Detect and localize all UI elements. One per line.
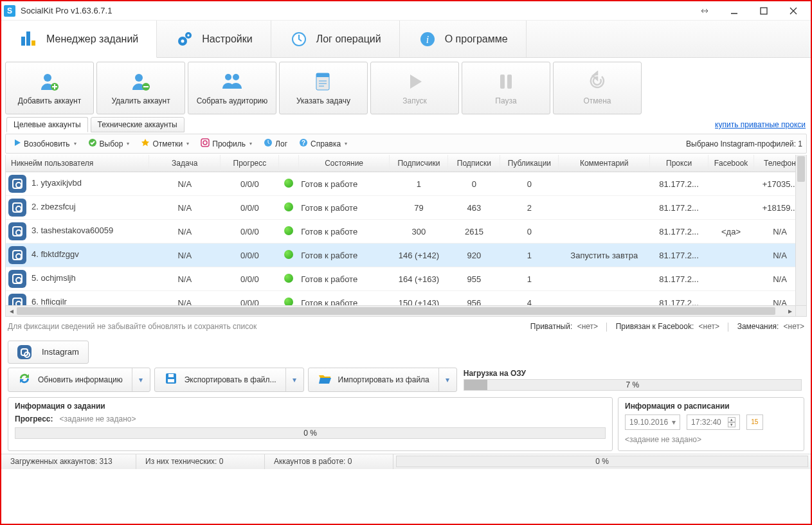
svg-rect-19 <box>316 73 329 77</box>
set-task-button[interactable]: Указать задачу <box>279 62 368 114</box>
import-file-button[interactable]: Импортировать из файла ▾ <box>308 368 457 392</box>
label: Обновить информацию <box>38 375 123 384</box>
horizontal-scrollbar[interactable]: ◂ ▸ <box>6 305 795 316</box>
profile-menu[interactable]: Профиль▾ <box>197 137 256 150</box>
pause-icon <box>495 71 517 93</box>
status-dot-icon <box>284 250 293 259</box>
table-row[interactable]: 3. tashestakova60059N/A0/0/0Готов к рабо… <box>6 220 806 244</box>
table-row[interactable]: 1. ytyaxikjvbdN/A0/0/0Готов к работе1008… <box>6 172 806 196</box>
col-facebook[interactable]: Facebook <box>708 155 754 172</box>
col-status-icon[interactable] <box>279 155 298 172</box>
date-value: 19.10.2016 <box>629 418 668 427</box>
tab-label: Настройки <box>202 33 252 45</box>
label: Выбор <box>100 139 123 148</box>
dropdown-toggle[interactable]: ▾ <box>438 368 456 391</box>
start-button[interactable]: Запуск <box>370 62 459 114</box>
ram-label: Нагрузка на ОЗУ <box>464 369 802 378</box>
tab-about[interactable]: i О программе <box>400 21 527 57</box>
drag-icon[interactable] <box>690 1 719 21</box>
accounts-grid: Никнейм пользователя Задача Прогресс Сос… <box>5 155 807 317</box>
table-row[interactable]: 4. fbktdfzggvN/A0/0/0Готов к работе146 (… <box>6 244 806 267</box>
label: Лог <box>275 139 287 148</box>
bar-chart-icon <box>19 30 39 49</box>
svg-point-12 <box>44 74 51 82</box>
ram-load: Нагрузка на ОЗУ 7 % <box>461 368 804 392</box>
col-nickname[interactable]: Никнейм пользователя <box>6 155 149 172</box>
cpu-progress-bar: 0 % <box>396 456 808 467</box>
svg-rect-20 <box>500 75 505 89</box>
fb-bound-label: Привязан к Facebook: <box>616 322 694 331</box>
target-accounts-tab[interactable]: Целевые аккаунты <box>6 117 88 132</box>
export-file-button[interactable]: Экспортировать в файл... ▾ <box>154 368 304 392</box>
instagram-tab[interactable]: Instagram <box>8 341 89 364</box>
svg-rect-23 <box>201 139 209 147</box>
chevron-down-icon: ▾ <box>249 141 252 147</box>
clock-small-icon <box>264 138 273 149</box>
hint-text: Для фиксации сведений не забывайте обнов… <box>8 322 257 331</box>
col-proxy[interactable]: Прокси <box>650 155 708 172</box>
dropdown-toggle[interactable]: ▾ <box>132 368 150 391</box>
table-toolbar: Возобновить▾ Выбор▾ Отметки▾ Профиль▾ Ло… <box>5 134 807 154</box>
table-row[interactable]: 5. ochjmsljhN/A0/0/0Готов к работе164 (+… <box>6 267 806 291</box>
panel-title: Информация о задании <box>15 402 606 411</box>
instagram-badge-icon <box>8 222 26 240</box>
svg-rect-1 <box>21 37 25 46</box>
buy-proxy-link[interactable]: купить приватные прокси <box>715 120 806 129</box>
tab-settings[interactable]: Настройки <box>157 21 271 57</box>
vertical-scrollbar[interactable] <box>795 155 806 305</box>
instagram-icon <box>201 138 210 149</box>
refresh-info-button[interactable]: Обновить информацию ▾ <box>8 368 150 392</box>
close-button[interactable] <box>779 1 808 21</box>
pause-button[interactable]: Пауза <box>462 62 550 114</box>
col-state[interactable]: Состояние <box>298 155 390 172</box>
instagram-icon <box>17 345 32 359</box>
col-comment[interactable]: Комментарий <box>559 155 650 172</box>
schedule-date-input[interactable]: 19.10.2016 ▾ <box>625 414 680 430</box>
tab-task-manager[interactable]: Менеджер заданий <box>1 21 157 58</box>
resume-menu[interactable]: Возобновить▾ <box>10 138 80 150</box>
svg-text:i: i <box>426 34 428 45</box>
label: Импортировать из файла <box>338 375 429 384</box>
undo-icon <box>586 71 608 93</box>
fb-bound-value: <нет> <box>699 322 719 331</box>
calendar-button[interactable]: 15 <box>746 414 763 430</box>
status-dot-icon <box>284 202 293 211</box>
col-following[interactable]: Подписки <box>448 155 500 172</box>
time-value: 17:32:40 <box>691 418 721 427</box>
progress-label: Прогресс: <box>15 414 53 423</box>
marks-menu[interactable]: Отметки▾ <box>137 137 193 150</box>
svg-rect-0 <box>761 8 767 14</box>
select-menu[interactable]: Выбор▾ <box>84 137 134 150</box>
maximize-button[interactable] <box>749 1 779 21</box>
user-minus-icon <box>130 71 152 93</box>
window-title: SocialKit Pro v1.63.6.7.1 <box>21 6 112 15</box>
schedule-time-input[interactable]: 17:32:40 ▲▼ <box>687 414 740 430</box>
help-menu[interactable]: ? Справка▾ <box>295 137 351 150</box>
account-tabs: Целевые аккаунты Технические аккаунты ку… <box>1 117 811 134</box>
table-row[interactable]: 2. zbezsfcujN/A0/0/0Готов к работе794632… <box>6 196 806 220</box>
col-progress[interactable]: Прогресс <box>221 155 279 172</box>
tab-log[interactable]: Лог операций <box>271 21 400 57</box>
col-posts[interactable]: Публикации <box>500 155 559 172</box>
chevron-down-icon: ▾ <box>74 141 77 147</box>
task-info-panel: Информация о задании Прогресс: <задание … <box>8 397 613 451</box>
cancel-button[interactable]: Отмена <box>553 62 642 114</box>
dropdown-toggle[interactable]: ▾ <box>285 368 303 391</box>
time-spinner[interactable]: ▲▼ <box>728 417 735 427</box>
log-menu[interactable]: Лог <box>260 137 291 150</box>
button-label: Отмена <box>583 96 611 105</box>
delete-account-button[interactable]: Удалить аккаунт <box>96 62 185 114</box>
calendar-dropdown-icon[interactable]: ▾ <box>672 418 676 427</box>
gather-audience-button[interactable]: Собрать аудиторию <box>188 62 276 114</box>
scroll-left-icon[interactable]: ◂ <box>6 306 17 317</box>
task-progress-percent: 0 % <box>15 428 605 438</box>
col-followers[interactable]: Подписчики <box>390 155 448 172</box>
bottom-panels: Информация о задании Прогресс: <задание … <box>1 395 811 454</box>
add-account-button[interactable]: Добавить аккаунт <box>5 62 94 114</box>
notes-value: <нет> <box>784 322 804 331</box>
svg-point-17 <box>233 74 239 80</box>
scroll-right-icon[interactable]: ▸ <box>784 306 795 317</box>
tech-accounts-tab[interactable]: Технические аккаунты <box>91 117 185 132</box>
col-task[interactable]: Задача <box>149 155 221 172</box>
minimize-button[interactable] <box>719 1 749 21</box>
